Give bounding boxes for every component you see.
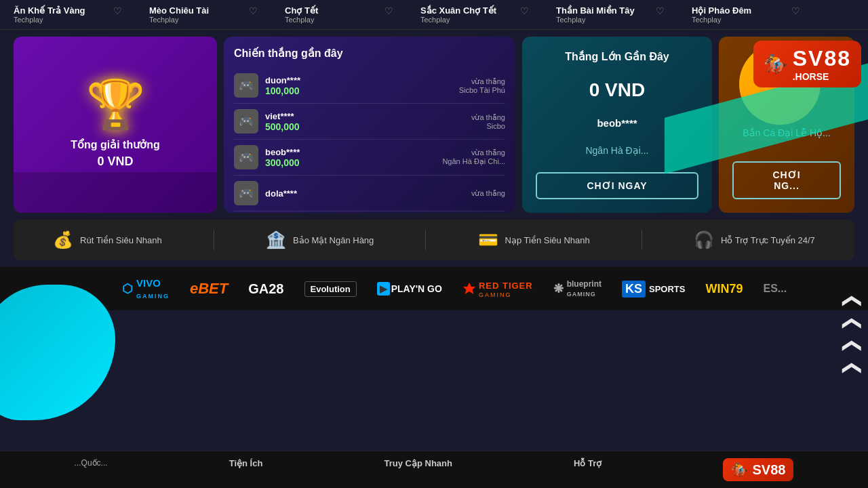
partner-ebet: eBET [190, 280, 228, 298]
win-money-2: 300,000 [265, 157, 435, 168]
win-avatar-2: 🎮 [234, 145, 258, 169]
heart-icon-3[interactable]: ♡ [520, 5, 529, 16]
feature-divider-0 [214, 230, 214, 250]
game-provider-3: Techplay [420, 16, 450, 24]
game-name-3: Sắc Xuân Chợ Tết [420, 5, 496, 16]
feature-item-0: 💰 Rút Tiền Siêu Nhanh [53, 230, 162, 249]
win-status-1: vừa thắng [471, 113, 505, 122]
game-item-1[interactable]: Mèo Chiêu Tài Techplay ♡ [149, 5, 258, 24]
heart-icon-0[interactable]: ♡ [113, 5, 122, 16]
scroll-arrows[interactable]: ❯ ❯ ❯ ❯ [842, 291, 858, 378]
feature-divider-1 [425, 230, 426, 250]
extra-win-play-button[interactable]: CHƠI NG... [732, 161, 841, 199]
scroll-arrow-2[interactable]: ❯ [841, 316, 860, 331]
footer-col-1: Truy Cập Nhanh [384, 458, 452, 481]
win-right-0: vừa thắng Sicbo Tài Phú [459, 77, 505, 94]
feature-item-3: 🎧 Hỗ Trợ Trực Tuyến 24/7 [694, 230, 815, 249]
scroll-arrow-4[interactable]: ❯ [841, 361, 860, 376]
win-item-2[interactable]: 🎮 beob**** 300,000 vừa thắng Ngân Hà Đại… [234, 140, 505, 176]
win-right-2: vừa thắng Ngân Hà Đại Chi... [442, 148, 505, 166]
win-game-1: Sicbo [486, 122, 505, 130]
footer-strip: ...Quốc... Tiện Ích Truy Cập Nhanh Hỗ Tr… [0, 451, 868, 488]
red-tiger-icon [462, 282, 476, 296]
withdraw-icon: 💰 [53, 230, 73, 249]
heart-icon-2[interactable]: ♡ [384, 5, 393, 16]
red-tiger-label: RED TIGER GAMING [479, 279, 533, 298]
game-provider-1: Techplay [149, 16, 178, 24]
win-info-2: beob**** 300,000 [265, 147, 435, 168]
bigwin-game: Ngân Hà Đại... [585, 145, 648, 156]
ks-sports-text: SPORTS [649, 284, 685, 294]
feature-text-2: Nạp Tiền Siêu Nhanh [505, 235, 590, 245]
win-item-3[interactable]: 🎮 dola**** vừa thắng [234, 176, 505, 211]
win-info-1: viet**** 500,000 [265, 111, 465, 132]
heart-icon-4[interactable]: ♡ [656, 5, 665, 16]
win-game-2: Ngân Hà Đại Chi... [442, 157, 505, 166]
win-money-1: 500,000 [265, 121, 465, 132]
trophy-crown-icon: 🏆 [86, 81, 145, 128]
footer-col-0: Tiện Ích [229, 458, 263, 481]
game-provider-5: Techplay [692, 16, 721, 24]
feature-item-1: 🏦 Bảo Mật Ngân Hàng [266, 230, 374, 249]
partner-ga28: GA28 [248, 281, 283, 297]
bigwin-amount: 0 VND [589, 79, 645, 101]
scroll-arrow-3[interactable]: ❯ [841, 338, 860, 354]
game-item-4[interactable]: Thần Bài Miền Tây Techplay ♡ [556, 5, 665, 24]
bank-icon: 🏦 [266, 230, 286, 249]
evolution-text: Evolution [311, 284, 351, 294]
win-info-3: dola**** [265, 188, 465, 199]
footer-col-title-2: Hỗ Trợ [574, 458, 601, 468]
win-game-0: Sicbo Tài Phú [459, 86, 505, 94]
game-provider-4: Techplay [556, 16, 585, 24]
ebet-text: eBET [190, 280, 228, 298]
bigwin-card: Thắng Lớn Gần Đây 0 VND beob**** Ngân Hà… [522, 37, 712, 213]
svg-marker-0 [463, 283, 475, 294]
win-status-2: vừa thắng [471, 148, 505, 157]
feature-divider-2 [642, 230, 642, 250]
heart-icon-1[interactable]: ♡ [249, 5, 258, 16]
win-avatar-0: 🎮 [234, 73, 258, 98]
vivo-text: VIVOGAMING [136, 277, 170, 300]
footer-col-title-0: Tiện Ích [229, 458, 263, 468]
win-info-0: duon**** 100,000 [265, 75, 452, 96]
footer-col-title-1: Truy Cập Nhanh [384, 458, 452, 468]
partner-blueprint: ❋ blueprintGAMING [553, 279, 601, 298]
bigwin-play-button[interactable]: CHƠI NGAY [536, 172, 698, 199]
win-status-0: vừa thắng [471, 77, 505, 86]
ks-icon: KS [622, 281, 646, 298]
trophy-amount: 0 VND [97, 155, 133, 169]
game-item-0[interactable]: Ăn Khế Trả Vàng Techplay ♡ [14, 5, 122, 24]
win-user-1: viet**** [265, 111, 465, 121]
features-strip: 💰 Rút Tiền Siêu Nhanh 🏦 Bảo Mật Ngân Hàn… [14, 220, 854, 260]
sv88-logo-overlay[interactable]: 🏇 SV88 .HORSE [753, 41, 861, 87]
top-game-strip: Ăn Khế Trả Vàng Techplay ♡ Mèo Chiêu Tài… [0, 0, 868, 30]
win-money-0: 100,000 [265, 85, 452, 96]
recent-wins-title: Chiến thắng gần đây [234, 47, 505, 60]
trophy-title: Tổng giải thưởng [71, 138, 160, 151]
game-provider-0: Techplay [14, 16, 43, 24]
win79-text: WIN79 [706, 282, 743, 296]
win-avatar-3: 🎮 [234, 181, 258, 205]
win-user-3: dola**** [265, 188, 465, 199]
partner-vivo: ⬡ VIVOGAMING [122, 277, 170, 300]
win-item-0[interactable]: 🎮 duon**** 100,000 vừa thắng Sicbo Tài P… [234, 68, 505, 104]
recent-wins-card: Chiến thắng gần đây 🎮 duon**** 100,000 v… [224, 37, 515, 213]
game-item-2[interactable]: Chợ Tết Techplay ♡ [285, 5, 393, 24]
heart-icon-5[interactable]: ♡ [791, 5, 800, 16]
win-right-1: vừa thắng Sicbo [471, 113, 505, 130]
sv88-footer-logo[interactable]: 🏇 SV88 [723, 458, 793, 481]
blueprint-icon: ❋ [553, 281, 564, 296]
win-right-3: vừa thắng [471, 189, 505, 198]
ga28-text: GA28 [248, 281, 283, 297]
game-item-5[interactable]: Hội Pháo Đêm Techplay ♡ [692, 5, 800, 24]
win-item-1[interactable]: 🎮 viet**** 500,000 vừa thắng Sicbo [234, 104, 505, 140]
cyan-decoration [0, 285, 115, 310]
vivo-icon: ⬡ [122, 281, 133, 296]
win-user-0: duon**** [265, 75, 452, 85]
game-item-3[interactable]: Sắc Xuân Chợ Tết Techplay ♡ [420, 5, 529, 24]
game-name-5: Hội Pháo Đêm [692, 5, 751, 16]
footer-col-2: Hỗ Trợ [574, 458, 601, 481]
scroll-arrow-1[interactable]: ❯ [841, 293, 860, 309]
bigwin-title: Thắng Lớn Gần Đây [565, 50, 669, 63]
trophy-card: 🏆 Tổng giải thưởng 0 VND [14, 37, 217, 213]
